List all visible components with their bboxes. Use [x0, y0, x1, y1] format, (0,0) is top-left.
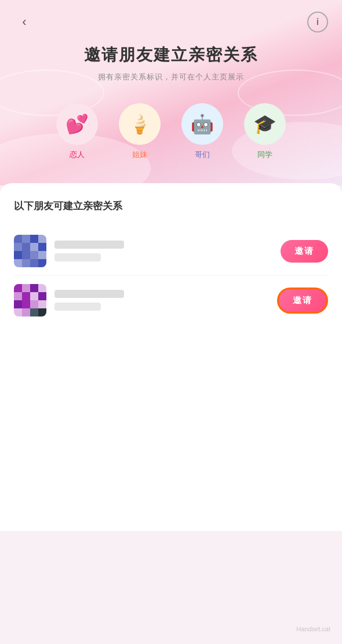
sub-title: 拥有亲密关系标识，并可在个人主页展示	[17, 72, 325, 82]
brothers-label: 哥们	[195, 150, 210, 160]
header: ‹ i	[0, 0, 342, 38]
sisters-icon: 🍦	[119, 103, 161, 145]
brothers-icon: 🤖	[181, 103, 223, 145]
info-button[interactable]: i	[307, 12, 328, 32]
classmates-icon: 🎓	[244, 103, 286, 145]
relation-sisters[interactable]: 🍦 姐妹	[119, 103, 161, 160]
invite-button-1[interactable]: 邀请	[281, 240, 328, 263]
invite-button-2-highlighted[interactable]: 邀请	[277, 288, 328, 314]
friends-card: 以下朋友可建立亲密关系 邀请 邀请	[0, 183, 342, 531]
friend1-name-blur	[54, 241, 124, 249]
lovers-label: 恋人	[70, 150, 85, 160]
friend-row: 邀请	[14, 276, 328, 325]
relations-row: 💕 恋人 🍦 姐妹 🤖 哥们 🎓 同学	[0, 94, 342, 177]
back-button[interactable]: ‹	[14, 12, 35, 32]
relation-lovers[interactable]: 💕 恋人	[56, 103, 98, 160]
title-section: 邀请朋友建立亲密关系 拥有亲密关系标识，并可在个人主页展示	[0, 38, 342, 94]
friend-row: 邀请	[14, 227, 328, 276]
main-title: 邀请朋友建立亲密关系	[17, 44, 325, 66]
friends-section-title: 以下朋友可建立亲密关系	[14, 199, 328, 213]
friend2-avatar	[14, 284, 46, 316]
friend1-info	[54, 241, 281, 261]
watermark: Handset.cat	[296, 625, 330, 632]
lovers-icon: 💕	[56, 103, 98, 145]
sisters-label: 姐妹	[132, 150, 147, 160]
relation-classmates[interactable]: 🎓 同学	[244, 103, 286, 160]
friend2-name-blur	[54, 290, 124, 298]
friend1-sub-blur	[54, 253, 101, 261]
friend2-info	[54, 290, 277, 311]
classmates-label: 同学	[257, 150, 272, 160]
friend2-sub-blur	[54, 303, 101, 311]
friend1-avatar	[14, 235, 46, 267]
relation-brothers[interactable]: 🤖 哥们	[181, 103, 223, 160]
